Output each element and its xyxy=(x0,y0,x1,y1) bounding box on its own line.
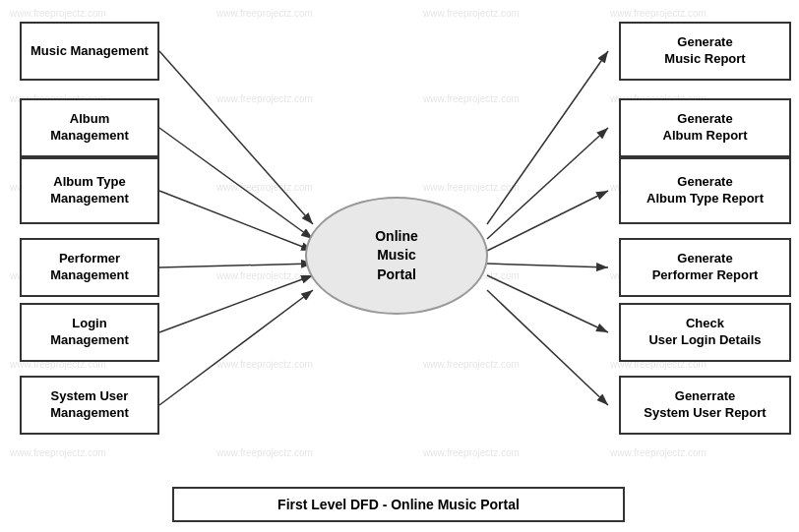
gen-system-user-report-box: GenerrateSystem User Report xyxy=(619,376,791,435)
system-user-management-box: System UserManagement xyxy=(20,376,159,435)
svg-line-11 xyxy=(487,275,608,332)
login-management-label: LoginManagement xyxy=(50,316,128,349)
music-management-label: Music Management xyxy=(31,43,149,60)
gen-album-type-report-label: GenerateAlbum Type Report xyxy=(646,174,764,207)
svg-line-9 xyxy=(487,191,608,251)
album-type-management-label: Album TypeManagement xyxy=(50,174,128,207)
title-label: First Level DFD - Online Music Portal xyxy=(277,497,520,512)
svg-line-2 xyxy=(159,128,313,239)
gen-album-report-label: GenerateAlbum Report xyxy=(663,111,748,145)
gen-music-report-box: GenerateMusic Report xyxy=(619,22,791,81)
watermark: www.freeprojectz.com xyxy=(216,93,313,104)
album-management-label: AlbumManagement xyxy=(50,111,128,145)
performer-management-label: PerformerManagement xyxy=(50,251,128,284)
album-management-box: AlbumManagement xyxy=(20,98,159,157)
watermark: www.freeprojectz.com xyxy=(610,447,707,458)
svg-line-1 xyxy=(159,51,313,224)
svg-line-10 xyxy=(487,264,608,267)
title-box: First Level DFD - Online Music Portal xyxy=(172,487,625,522)
watermark: www.freeprojectz.com xyxy=(216,359,313,370)
watermark: www.freeprojectz.com xyxy=(423,182,520,193)
svg-line-5 xyxy=(159,275,313,332)
check-login-label: CheckUser Login Details xyxy=(648,316,761,349)
watermark: www.freeprojectz.com xyxy=(10,447,106,458)
music-management-box: Music Management xyxy=(20,22,159,81)
diagram-container: www.freeprojectz.com www.freeprojectz.co… xyxy=(0,0,799,532)
gen-performer-report-box: GeneratePerformer Report xyxy=(619,238,791,297)
svg-line-4 xyxy=(159,264,313,267)
check-login-box: CheckUser Login Details xyxy=(619,303,791,362)
gen-album-report-box: GenerateAlbum Report xyxy=(619,98,791,157)
watermark: www.freeprojectz.com xyxy=(216,8,313,19)
login-management-box: LoginManagement xyxy=(20,303,159,362)
svg-line-3 xyxy=(159,191,313,251)
svg-line-7 xyxy=(487,51,608,224)
gen-system-user-report-label: GenerrateSystem User Report xyxy=(644,388,766,422)
gen-performer-report-label: GeneratePerformer Report xyxy=(652,251,759,284)
watermark: www.freeprojectz.com xyxy=(610,8,707,19)
center-label: OnlineMusicPortal xyxy=(375,227,418,285)
svg-line-12 xyxy=(487,290,608,405)
svg-line-6 xyxy=(159,290,313,405)
watermark: www.freeprojectz.com xyxy=(216,182,313,193)
gen-music-report-label: GenerateMusic Report xyxy=(664,34,745,68)
center-circle: OnlineMusicPortal xyxy=(305,197,488,315)
performer-management-box: PerformerManagement xyxy=(20,238,159,297)
watermark: www.freeprojectz.com xyxy=(423,359,520,370)
watermark: www.freeprojectz.com xyxy=(216,270,313,281)
watermark: www.freeprojectz.com xyxy=(10,8,106,19)
gen-album-type-report-box: GenerateAlbum Type Report xyxy=(619,157,791,224)
svg-line-8 xyxy=(487,128,608,239)
album-type-management-box: Album TypeManagement xyxy=(20,157,159,224)
system-user-management-label: System UserManagement xyxy=(50,388,128,422)
watermark: www.freeprojectz.com xyxy=(423,8,520,19)
watermark: www.freeprojectz.com xyxy=(216,447,313,458)
watermark: www.freeprojectz.com xyxy=(423,447,520,458)
watermark: www.freeprojectz.com xyxy=(423,93,520,104)
